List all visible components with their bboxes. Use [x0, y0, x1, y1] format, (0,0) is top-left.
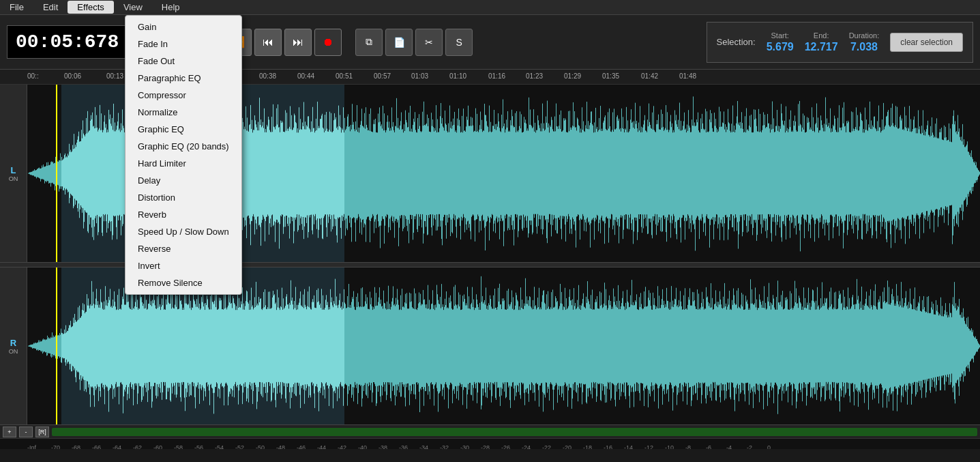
- right-channel-on: ON: [9, 348, 18, 355]
- right-channel-letter: R: [10, 338, 16, 348]
- time-display: 00:05:678: [7, 25, 128, 59]
- db-tick: -10: [665, 444, 674, 450]
- end-value: 12.717: [805, 41, 838, 53]
- ruler-tick: 00:44: [297, 72, 314, 80]
- db-tick: -14: [624, 444, 633, 450]
- ruler-tick: 00:51: [336, 72, 353, 80]
- db-tick: -24: [522, 444, 531, 450]
- db-tick: -20: [563, 444, 571, 450]
- db-tick: -16: [604, 444, 612, 450]
- selection-info: Selection: Start: 5.679 End: 12.717 Dura…: [707, 22, 973, 63]
- effect-delay[interactable]: Delay: [125, 172, 241, 189]
- db-tick: -68: [72, 444, 80, 450]
- db-tick: -18: [583, 444, 592, 450]
- db-tick: -26: [501, 444, 510, 450]
- ruler-tick: 01:29: [564, 72, 581, 80]
- fit-button[interactable]: [R]: [35, 427, 49, 437]
- db-tick: -44: [317, 444, 326, 450]
- db-tick: -50: [256, 444, 265, 450]
- db-tick: -52: [235, 444, 244, 450]
- db-tick: -62: [133, 444, 142, 450]
- ruler-tick: 00:38: [259, 72, 276, 80]
- cut-button[interactable]: ✂: [415, 29, 443, 56]
- effect-paragraphic-eq[interactable]: Paragraphic EQ: [125, 70, 241, 87]
- effect-distortion[interactable]: Distortion: [125, 189, 241, 206]
- selection-duration-group: Duration: 7.038: [849, 31, 880, 53]
- effect-fade-in[interactable]: Fade In: [125, 35, 241, 53]
- effect-hard-limiter[interactable]: Hard Limiter: [125, 155, 241, 172]
- effect-invert[interactable]: Invert: [125, 257, 241, 274]
- selection-label: Selection:: [717, 37, 756, 47]
- ruler-tick: 01:35: [602, 72, 619, 80]
- start-label: Start:: [771, 31, 789, 40]
- db-tick: -38: [378, 444, 387, 450]
- db-tick: -48: [276, 444, 285, 450]
- ruler-tick: 00:57: [374, 72, 391, 80]
- clear-selection-button[interactable]: clear selection: [890, 33, 963, 52]
- db-tick: -Inf: [27, 444, 36, 450]
- zoom-out-button[interactable]: -: [19, 427, 33, 437]
- effect-remove-silence[interactable]: Remove Silence: [125, 274, 241, 291]
- menu-help[interactable]: Help: [152, 1, 190, 14]
- db-tick: -2: [747, 444, 752, 450]
- copy-button[interactable]: ⧉: [355, 29, 383, 56]
- effect-graphic-eq[interactable]: Graphic EQ: [125, 121, 241, 138]
- db-tick: 0: [767, 444, 771, 450]
- selection-start-group: Start: 5.679: [767, 31, 794, 53]
- db-tick: -64: [113, 444, 121, 450]
- db-tick: -28: [481, 444, 490, 450]
- start-value: 5.679: [767, 41, 794, 53]
- effect-normalize[interactable]: Normalize: [125, 104, 241, 121]
- record-button[interactable]: ⏺: [314, 29, 342, 56]
- zoom-in-button[interactable]: +: [3, 427, 16, 437]
- end-label: End:: [814, 31, 829, 40]
- menu-bar: File Edit Effects View Help: [0, 0, 980, 15]
- effects-dropdown: Gain Fade In Fade Out Paragraphic EQ Com…: [125, 15, 242, 295]
- effect-compressor[interactable]: Compressor: [125, 87, 241, 104]
- left-track-label: L ON: [0, 85, 27, 262]
- menu-edit[interactable]: Edit: [33, 1, 68, 14]
- db-tick: -6: [706, 444, 711, 450]
- ruler-tick: 01:03: [411, 72, 428, 80]
- ruler-tick: 01:10: [449, 72, 466, 80]
- ruler-tick: 00:06: [64, 72, 81, 80]
- db-tick: -56: [194, 444, 203, 450]
- db-tick: -40: [358, 444, 367, 450]
- db-ruler: -Inf -70 -68 -66 -64 -62 -60 -58 -56 -54…: [0, 438, 980, 449]
- db-tick: -60: [153, 444, 162, 450]
- effect-fade-out[interactable]: Fade Out: [125, 53, 241, 70]
- effect-graphic-eq-20[interactable]: Graphic EQ (20 bands): [125, 138, 241, 155]
- ruler-tick: 01:48: [679, 72, 696, 80]
- menu-view[interactable]: View: [114, 1, 152, 14]
- right-track-label: R ON: [0, 268, 27, 424]
- bottom-scrollbar: + - [R]: [0, 424, 980, 438]
- effect-reverse[interactable]: Reverse: [125, 240, 241, 257]
- duration-value: 7.038: [850, 41, 878, 53]
- db-tick: -58: [174, 444, 183, 450]
- left-channel-on: ON: [9, 175, 18, 182]
- db-tick: -46: [297, 444, 306, 450]
- duration-label: Duration:: [849, 31, 880, 40]
- ruler-tick: 00::: [27, 72, 39, 80]
- menu-effects[interactable]: Effects: [68, 1, 114, 14]
- effect-gain[interactable]: Gain: [125, 18, 241, 35]
- left-channel-letter: L: [11, 165, 16, 175]
- db-tick: -30: [460, 444, 469, 450]
- scroll-track[interactable]: [52, 428, 977, 436]
- db-tick: -8: [685, 444, 691, 450]
- skip-forward-button[interactable]: ⏭: [284, 29, 312, 56]
- db-tick: -22: [542, 444, 551, 450]
- db-tick: -4: [726, 444, 732, 450]
- skip-back-button[interactable]: ⏮: [254, 29, 282, 56]
- playhead-left: [56, 85, 57, 262]
- effect-reverb[interactable]: Reverb: [125, 206, 241, 223]
- menu-file[interactable]: File: [0, 1, 33, 14]
- db-tick: -12: [644, 444, 653, 450]
- db-tick: -34: [419, 444, 428, 450]
- selection-end-group: End: 12.717: [805, 31, 838, 53]
- ruler-tick: 01:16: [488, 72, 505, 80]
- effect-speed-slow[interactable]: Speed Up / Slow Down: [125, 223, 241, 240]
- ruler-tick: 01:42: [641, 72, 658, 80]
- silence-button[interactable]: S: [445, 29, 473, 56]
- paste-button[interactable]: 📄: [385, 29, 413, 56]
